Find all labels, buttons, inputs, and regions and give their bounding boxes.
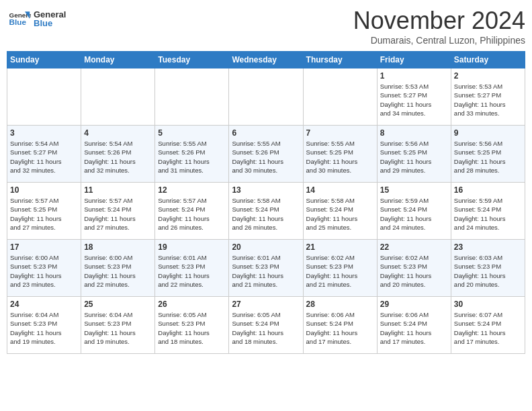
calendar-cell: 22Sunrise: 6:02 AM Sunset: 5:23 PM Dayli… — [377, 240, 451, 297]
day-info: Sunrise: 5:55 AM Sunset: 5:25 PM Dayligh… — [306, 139, 374, 175]
month-title: November 2024 — [353, 7, 525, 35]
day-info: Sunrise: 5:56 AM Sunset: 5:25 PM Dayligh… — [454, 139, 522, 175]
calendar-cell: 15Sunrise: 5:59 AM Sunset: 5:24 PM Dayli… — [377, 183, 451, 240]
day-info: Sunrise: 5:53 AM Sunset: 5:27 PM Dayligh… — [380, 82, 448, 118]
logo: General Blue General Blue — [7, 7, 66, 31]
calendar-week-1: 1Sunrise: 5:53 AM Sunset: 5:27 PM Daylig… — [7, 68, 525, 126]
day-number: 14 — [306, 185, 374, 195]
day-number: 5 — [158, 128, 226, 138]
day-info: Sunrise: 5:59 AM Sunset: 5:24 PM Dayligh… — [454, 196, 522, 232]
day-number: 16 — [454, 185, 522, 195]
day-info: Sunrise: 6:01 AM Sunset: 5:23 PM Dayligh… — [158, 253, 226, 289]
day-info: Sunrise: 5:56 AM Sunset: 5:25 PM Dayligh… — [380, 139, 448, 175]
day-number: 11 — [84, 185, 152, 195]
calendar-cell: 4Sunrise: 5:54 AM Sunset: 5:26 PM Daylig… — [81, 126, 155, 183]
calendar-cell: 10Sunrise: 5:57 AM Sunset: 5:25 PM Dayli… — [7, 183, 81, 240]
calendar-cell: 1Sunrise: 5:53 AM Sunset: 5:27 PM Daylig… — [377, 68, 451, 126]
calendar-cell — [229, 68, 303, 126]
calendar-cell: 17Sunrise: 6:00 AM Sunset: 5:23 PM Dayli… — [7, 240, 81, 297]
day-info: Sunrise: 6:05 AM Sunset: 5:23 PM Dayligh… — [158, 310, 226, 346]
weekday-header-friday: Friday — [377, 52, 451, 68]
day-number: 12 — [158, 185, 226, 195]
day-info: Sunrise: 6:04 AM Sunset: 5:23 PM Dayligh… — [84, 310, 152, 346]
calendar-cell: 24Sunrise: 6:04 AM Sunset: 5:23 PM Dayli… — [7, 297, 81, 354]
day-number: 2 — [454, 71, 522, 81]
calendar-cell: 23Sunrise: 6:03 AM Sunset: 5:23 PM Dayli… — [451, 240, 525, 297]
day-info: Sunrise: 6:03 AM Sunset: 5:23 PM Dayligh… — [454, 253, 522, 289]
day-number: 28 — [306, 300, 374, 309]
calendar-cell: 21Sunrise: 6:02 AM Sunset: 5:23 PM Dayli… — [303, 240, 377, 297]
day-info: Sunrise: 6:00 AM Sunset: 5:23 PM Dayligh… — [10, 253, 78, 289]
page-header: General Blue General Blue November 2024 … — [7, 7, 525, 46]
calendar-cell: 8Sunrise: 5:56 AM Sunset: 5:25 PM Daylig… — [377, 126, 451, 183]
day-number: 20 — [232, 242, 300, 252]
calendar-week-2: 3Sunrise: 5:54 AM Sunset: 5:27 PM Daylig… — [7, 126, 525, 183]
day-info: Sunrise: 6:07 AM Sunset: 5:24 PM Dayligh… — [454, 310, 522, 346]
day-info: Sunrise: 6:01 AM Sunset: 5:23 PM Dayligh… — [232, 253, 300, 289]
day-number: 13 — [232, 185, 300, 195]
logo-blue-text: Blue — [34, 18, 66, 28]
day-info: Sunrise: 5:55 AM Sunset: 5:26 PM Dayligh… — [232, 139, 300, 175]
calendar-cell: 13Sunrise: 5:58 AM Sunset: 5:24 PM Dayli… — [229, 183, 303, 240]
calendar-cell: 27Sunrise: 6:05 AM Sunset: 5:24 PM Dayli… — [229, 297, 303, 354]
day-number: 10 — [10, 185, 78, 195]
day-number: 27 — [232, 300, 300, 309]
day-number: 19 — [158, 242, 226, 252]
day-info: Sunrise: 5:57 AM Sunset: 5:25 PM Dayligh… — [10, 196, 78, 232]
day-info: Sunrise: 6:04 AM Sunset: 5:23 PM Dayligh… — [10, 310, 78, 346]
day-info: Sunrise: 5:59 AM Sunset: 5:24 PM Dayligh… — [380, 196, 448, 232]
day-number: 6 — [232, 128, 300, 138]
calendar-cell — [7, 68, 81, 126]
day-info: Sunrise: 6:06 AM Sunset: 5:24 PM Dayligh… — [306, 310, 374, 346]
day-info: Sunrise: 5:54 AM Sunset: 5:27 PM Dayligh… — [10, 139, 78, 175]
calendar-cell — [303, 68, 377, 126]
day-info: Sunrise: 5:53 AM Sunset: 5:27 PM Dayligh… — [454, 82, 522, 118]
day-number: 30 — [454, 300, 522, 309]
calendar-week-4: 17Sunrise: 6:00 AM Sunset: 5:23 PM Dayli… — [7, 240, 525, 297]
calendar-cell: 5Sunrise: 5:55 AM Sunset: 5:26 PM Daylig… — [155, 126, 229, 183]
calendar-cell: 19Sunrise: 6:01 AM Sunset: 5:23 PM Dayli… — [155, 240, 229, 297]
calendar-cell — [155, 68, 229, 126]
day-number: 3 — [10, 128, 78, 138]
weekday-header-saturday: Saturday — [451, 52, 525, 68]
day-number: 21 — [306, 242, 374, 252]
day-info: Sunrise: 5:58 AM Sunset: 5:24 PM Dayligh… — [232, 196, 300, 232]
calendar-cell: 3Sunrise: 5:54 AM Sunset: 5:27 PM Daylig… — [7, 126, 81, 183]
logo-icon: General Blue — [7, 7, 31, 31]
calendar-cell: 11Sunrise: 5:57 AM Sunset: 5:24 PM Dayli… — [81, 183, 155, 240]
weekday-header-monday: Monday — [81, 52, 155, 68]
day-number: 15 — [380, 185, 448, 195]
calendar-cell: 30Sunrise: 6:07 AM Sunset: 5:24 PM Dayli… — [451, 297, 525, 354]
day-number: 26 — [158, 300, 226, 309]
day-number: 1 — [380, 71, 448, 81]
location: Dumarais, Central Luzon, Philippines — [353, 35, 525, 46]
day-number: 7 — [306, 128, 374, 138]
calendar-cell: 12Sunrise: 5:57 AM Sunset: 5:24 PM Dayli… — [155, 183, 229, 240]
day-number: 4 — [84, 128, 152, 138]
day-number: 24 — [10, 300, 78, 309]
calendar-cell: 25Sunrise: 6:04 AM Sunset: 5:23 PM Dayli… — [81, 297, 155, 354]
day-info: Sunrise: 6:05 AM Sunset: 5:24 PM Dayligh… — [232, 310, 300, 346]
day-number: 29 — [380, 300, 448, 309]
weekday-header-tuesday: Tuesday — [155, 52, 229, 68]
calendar-cell: 26Sunrise: 6:05 AM Sunset: 5:23 PM Dayli… — [155, 297, 229, 354]
day-number: 17 — [10, 242, 78, 252]
calendar-cell: 6Sunrise: 5:55 AM Sunset: 5:26 PM Daylig… — [229, 126, 303, 183]
title-block: November 2024 Dumarais, Central Luzon, P… — [353, 7, 525, 46]
day-info: Sunrise: 6:00 AM Sunset: 5:23 PM Dayligh… — [84, 253, 152, 289]
day-info: Sunrise: 6:02 AM Sunset: 5:23 PM Dayligh… — [306, 253, 374, 289]
day-number: 8 — [380, 128, 448, 138]
calendar-cell: 14Sunrise: 5:58 AM Sunset: 5:24 PM Dayli… — [303, 183, 377, 240]
weekday-header-thursday: Thursday — [303, 52, 377, 68]
weekday-header-sunday: Sunday — [7, 52, 81, 68]
day-info: Sunrise: 5:57 AM Sunset: 5:24 PM Dayligh… — [84, 196, 152, 232]
calendar-cell: 28Sunrise: 6:06 AM Sunset: 5:24 PM Dayli… — [303, 297, 377, 354]
calendar-week-5: 24Sunrise: 6:04 AM Sunset: 5:23 PM Dayli… — [7, 297, 525, 354]
calendar-cell: 18Sunrise: 6:00 AM Sunset: 5:23 PM Dayli… — [81, 240, 155, 297]
day-number: 23 — [454, 242, 522, 252]
calendar-week-3: 10Sunrise: 5:57 AM Sunset: 5:25 PM Dayli… — [7, 183, 525, 240]
calendar-cell — [81, 68, 155, 126]
calendar-table: SundayMondayTuesdayWednesdayThursdayFrid… — [7, 51, 525, 354]
day-number: 22 — [380, 242, 448, 252]
day-info: Sunrise: 5:55 AM Sunset: 5:26 PM Dayligh… — [158, 139, 226, 175]
